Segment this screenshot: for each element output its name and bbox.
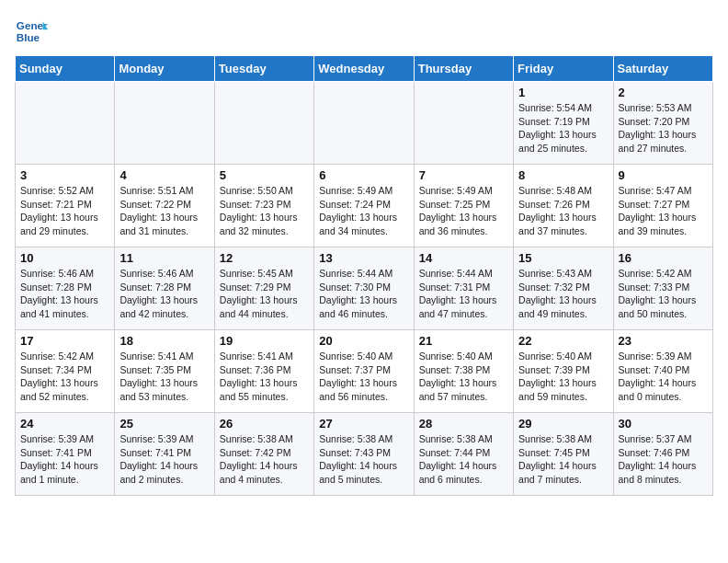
day-info: Sunrise: 5:49 AM Sunset: 7:24 PM Dayligh… [319,184,408,238]
calendar-week-2: 3Sunrise: 5:52 AM Sunset: 7:21 PM Daylig… [16,165,713,247]
logo: General Blue [15,15,51,48]
calendar-cell: 26Sunrise: 5:38 AM Sunset: 7:42 PM Dayli… [214,413,313,496]
calendar-week-3: 10Sunrise: 5:46 AM Sunset: 7:28 PM Dayli… [16,247,713,330]
calendar-cell: 16Sunrise: 5:42 AM Sunset: 7:33 PM Dayli… [613,247,712,330]
calendar-cell: 24Sunrise: 5:39 AM Sunset: 7:41 PM Dayli… [16,413,115,496]
calendar-cell: 2Sunrise: 5:53 AM Sunset: 7:20 PM Daylig… [613,82,712,165]
day-number: 9 [619,168,708,182]
day-number: 27 [319,417,408,431]
weekday-header-saturday: Saturday [613,56,712,82]
calendar-cell [214,82,313,165]
day-info: Sunrise: 5:46 AM Sunset: 7:28 PM Dayligh… [119,267,209,321]
day-number: 17 [20,334,109,348]
day-number: 26 [220,417,309,431]
svg-text:Blue: Blue [17,31,40,43]
calendar-table: SundayMondayTuesdayWednesdayThursdayFrid… [15,55,713,496]
calendar-cell: 25Sunrise: 5:39 AM Sunset: 7:41 PM Dayli… [115,413,214,496]
calendar-cell: 6Sunrise: 5:49 AM Sunset: 7:24 PM Daylig… [314,165,414,247]
calendar-cell: 4Sunrise: 5:51 AM Sunset: 7:22 PM Daylig… [115,165,214,247]
calendar-cell: 22Sunrise: 5:40 AM Sunset: 7:39 PM Dayli… [514,330,613,413]
day-number: 11 [119,251,209,265]
day-number: 14 [419,251,508,265]
day-info: Sunrise: 5:38 AM Sunset: 7:43 PM Dayligh… [319,432,408,487]
day-info: Sunrise: 5:51 AM Sunset: 7:22 PM Dayligh… [119,184,209,238]
day-number: 15 [518,251,608,265]
calendar-cell [16,82,115,165]
calendar-cell: 8Sunrise: 5:48 AM Sunset: 7:26 PM Daylig… [514,165,613,247]
calendar-cell: 10Sunrise: 5:46 AM Sunset: 7:28 PM Dayli… [16,247,115,330]
day-number: 19 [220,334,309,348]
weekday-header-wednesday: Wednesday [314,56,414,82]
day-number: 12 [220,251,309,265]
calendar-cell: 30Sunrise: 5:37 AM Sunset: 7:46 PM Dayli… [613,413,712,496]
day-info: Sunrise: 5:47 AM Sunset: 7:27 PM Dayligh… [619,184,708,238]
day-number: 5 [220,168,309,182]
calendar-cell: 13Sunrise: 5:44 AM Sunset: 7:30 PM Dayli… [314,247,414,330]
calendar-cell: 29Sunrise: 5:38 AM Sunset: 7:45 PM Dayli… [514,413,613,496]
calendar-cell: 1Sunrise: 5:54 AM Sunset: 7:19 PM Daylig… [514,82,613,165]
day-info: Sunrise: 5:44 AM Sunset: 7:31 PM Dayligh… [419,267,508,321]
calendar-cell: 7Sunrise: 5:49 AM Sunset: 7:25 PM Daylig… [414,165,513,247]
day-info: Sunrise: 5:48 AM Sunset: 7:26 PM Dayligh… [518,184,608,238]
day-number: 22 [518,334,608,348]
day-info: Sunrise: 5:46 AM Sunset: 7:28 PM Dayligh… [20,267,109,321]
calendar-week-4: 17Sunrise: 5:42 AM Sunset: 7:34 PM Dayli… [16,330,713,413]
day-number: 28 [419,417,508,431]
calendar-cell: 20Sunrise: 5:40 AM Sunset: 7:37 PM Dayli… [314,330,414,413]
day-info: Sunrise: 5:40 AM Sunset: 7:38 PM Dayligh… [419,350,508,404]
day-number: 13 [319,251,408,265]
day-number: 16 [619,251,708,265]
calendar-cell: 18Sunrise: 5:41 AM Sunset: 7:35 PM Dayli… [115,330,214,413]
weekday-header-tuesday: Tuesday [214,56,313,82]
day-info: Sunrise: 5:41 AM Sunset: 7:35 PM Dayligh… [119,350,209,404]
weekday-header-monday: Monday [115,56,214,82]
calendar-cell: 9Sunrise: 5:47 AM Sunset: 7:27 PM Daylig… [613,165,712,247]
day-info: Sunrise: 5:42 AM Sunset: 7:33 PM Dayligh… [619,267,708,321]
calendar-cell: 23Sunrise: 5:39 AM Sunset: 7:40 PM Dayli… [613,330,712,413]
day-number: 8 [518,168,608,182]
calendar-cell [115,82,214,165]
day-number: 3 [20,168,109,182]
day-number: 25 [119,417,209,431]
day-info: Sunrise: 5:38 AM Sunset: 7:45 PM Dayligh… [518,432,608,487]
day-number: 2 [619,86,708,99]
day-info: Sunrise: 5:37 AM Sunset: 7:46 PM Dayligh… [619,432,708,487]
day-number: 7 [419,168,508,182]
calendar-cell: 5Sunrise: 5:50 AM Sunset: 7:23 PM Daylig… [214,165,313,247]
calendar-cell: 17Sunrise: 5:42 AM Sunset: 7:34 PM Dayli… [16,330,115,413]
calendar-cell [414,82,513,165]
calendar-cell: 14Sunrise: 5:44 AM Sunset: 7:31 PM Dayli… [414,247,513,330]
day-info: Sunrise: 5:50 AM Sunset: 7:23 PM Dayligh… [220,184,309,238]
day-number: 21 [419,334,508,348]
day-info: Sunrise: 5:43 AM Sunset: 7:32 PM Dayligh… [518,267,608,321]
day-number: 30 [619,417,708,431]
day-info: Sunrise: 5:38 AM Sunset: 7:42 PM Dayligh… [220,432,309,487]
day-number: 20 [319,334,408,348]
calendar-week-5: 24Sunrise: 5:39 AM Sunset: 7:41 PM Dayli… [16,413,713,496]
calendar-cell: 11Sunrise: 5:46 AM Sunset: 7:28 PM Dayli… [115,247,214,330]
calendar-cell: 21Sunrise: 5:40 AM Sunset: 7:38 PM Dayli… [414,330,513,413]
day-info: Sunrise: 5:53 AM Sunset: 7:20 PM Dayligh… [619,101,708,155]
day-number: 24 [20,417,109,431]
day-info: Sunrise: 5:52 AM Sunset: 7:21 PM Dayligh… [20,184,109,238]
weekday-header-thursday: Thursday [414,56,513,82]
weekday-header-sunday: Sunday [16,56,115,82]
day-number: 23 [619,334,708,348]
day-info: Sunrise: 5:39 AM Sunset: 7:41 PM Dayligh… [20,432,109,487]
calendar-cell [314,82,414,165]
day-info: Sunrise: 5:54 AM Sunset: 7:19 PM Dayligh… [518,101,608,155]
day-number: 10 [20,251,109,265]
day-number: 29 [518,417,608,431]
calendar-cell: 28Sunrise: 5:38 AM Sunset: 7:44 PM Dayli… [414,413,513,496]
calendar-cell: 15Sunrise: 5:43 AM Sunset: 7:32 PM Dayli… [514,247,613,330]
day-info: Sunrise: 5:39 AM Sunset: 7:40 PM Dayligh… [619,350,708,404]
day-info: Sunrise: 5:40 AM Sunset: 7:39 PM Dayligh… [518,350,608,404]
day-info: Sunrise: 5:45 AM Sunset: 7:29 PM Dayligh… [220,267,309,321]
day-number: 1 [518,86,608,99]
day-info: Sunrise: 5:49 AM Sunset: 7:25 PM Dayligh… [419,184,508,238]
day-number: 18 [119,334,209,348]
calendar-header-row: SundayMondayTuesdayWednesdayThursdayFrid… [16,56,713,82]
calendar-cell: 12Sunrise: 5:45 AM Sunset: 7:29 PM Dayli… [214,247,313,330]
day-number: 6 [319,168,408,182]
day-info: Sunrise: 5:44 AM Sunset: 7:30 PM Dayligh… [319,267,408,321]
